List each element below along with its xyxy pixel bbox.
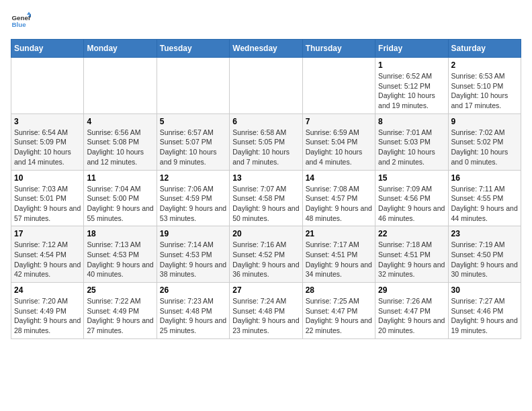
day-info: Sunrise: 7:16 AM Sunset: 4:52 PM Dayligh…: [232, 240, 299, 279]
calendar-week-3: 17Sunrise: 7:12 AM Sunset: 4:54 PM Dayli…: [11, 226, 521, 283]
calendar-cell: 20Sunrise: 7:16 AM Sunset: 4:52 PM Dayli…: [230, 226, 302, 283]
day-number: 19: [160, 229, 226, 238]
day-number: 2: [451, 60, 518, 70]
day-info: Sunrise: 7:08 AM Sunset: 4:57 PM Dayligh…: [306, 184, 372, 224]
calendar-cell: 22Sunrise: 7:18 AM Sunset: 4:51 PM Dayli…: [375, 226, 448, 283]
day-info: Sunrise: 6:58 AM Sunset: 5:05 PM Dayligh…: [232, 128, 299, 167]
calendar-cell: 29Sunrise: 7:26 AM Sunset: 4:47 PM Dayli…: [375, 283, 448, 339]
day-number: 14: [306, 173, 372, 183]
day-number: 20: [232, 229, 299, 238]
calendar-cell: [302, 58, 375, 114]
day-number: 11: [87, 173, 153, 183]
day-info: Sunrise: 6:52 AM Sunset: 5:12 PM Dayligh…: [378, 71, 445, 111]
day-info: Sunrise: 7:25 AM Sunset: 4:47 PM Dayligh…: [306, 296, 372, 336]
day-number: 22: [378, 229, 445, 238]
calendar-cell: 7Sunrise: 6:59 AM Sunset: 5:04 PM Daylig…: [302, 113, 375, 170]
day-number: 27: [232, 285, 299, 295]
calendar-week-4: 24Sunrise: 7:20 AM Sunset: 4:49 PM Dayli…: [11, 283, 521, 339]
day-info: Sunrise: 6:56 AM Sunset: 5:08 PM Dayligh…: [87, 128, 153, 167]
calendar-cell: 19Sunrise: 7:14 AM Sunset: 4:53 PM Dayli…: [157, 226, 229, 283]
svg-marker-2: [27, 12, 31, 15]
calendar-cell: [157, 58, 229, 114]
day-number: 8: [378, 117, 445, 126]
calendar-cell: 4Sunrise: 6:56 AM Sunset: 5:08 PM Daylig…: [84, 113, 157, 170]
day-info: Sunrise: 6:53 AM Sunset: 5:10 PM Dayligh…: [451, 71, 518, 111]
day-info: Sunrise: 7:19 AM Sunset: 4:50 PM Dayligh…: [451, 240, 518, 279]
calendar-cell: 21Sunrise: 7:17 AM Sunset: 4:51 PM Dayli…: [302, 226, 375, 283]
day-number: 6: [232, 117, 299, 126]
calendar-cell: 2Sunrise: 6:53 AM Sunset: 5:10 PM Daylig…: [448, 58, 521, 114]
day-info: Sunrise: 7:04 AM Sunset: 5:00 PM Dayligh…: [87, 184, 153, 224]
day-number: 3: [14, 117, 81, 126]
day-info: Sunrise: 7:03 AM Sunset: 5:01 PM Dayligh…: [14, 184, 81, 224]
calendar-cell: 10Sunrise: 7:03 AM Sunset: 5:01 PM Dayli…: [11, 170, 84, 226]
day-info: Sunrise: 7:24 AM Sunset: 4:48 PM Dayligh…: [232, 296, 299, 336]
calendar-cell: 23Sunrise: 7:19 AM Sunset: 4:50 PM Dayli…: [448, 226, 521, 283]
day-number: 28: [306, 285, 372, 295]
calendar-cell: 1Sunrise: 6:52 AM Sunset: 5:12 PM Daylig…: [375, 58, 448, 114]
day-info: Sunrise: 7:22 AM Sunset: 4:49 PM Dayligh…: [87, 296, 153, 336]
calendar-cell: 12Sunrise: 7:06 AM Sunset: 4:59 PM Dayli…: [157, 170, 229, 226]
day-number: 26: [160, 285, 226, 295]
day-number: 30: [451, 285, 518, 295]
day-info: Sunrise: 7:01 AM Sunset: 5:03 PM Dayligh…: [378, 128, 445, 167]
calendar-cell: 16Sunrise: 7:11 AM Sunset: 4:55 PM Dayli…: [448, 170, 521, 226]
day-info: Sunrise: 7:23 AM Sunset: 4:48 PM Dayligh…: [160, 296, 226, 336]
page-header: General Blue: [11, 11, 521, 31]
calendar-cell: 27Sunrise: 7:24 AM Sunset: 4:48 PM Dayli…: [230, 283, 302, 339]
day-number: 17: [14, 229, 81, 238]
column-header-friday: Friday: [375, 40, 448, 58]
calendar-cell: 6Sunrise: 6:58 AM Sunset: 5:05 PM Daylig…: [230, 113, 302, 170]
day-info: Sunrise: 7:14 AM Sunset: 4:53 PM Dayligh…: [160, 240, 226, 279]
day-number: 9: [451, 117, 518, 126]
day-info: Sunrise: 7:09 AM Sunset: 4:56 PM Dayligh…: [378, 184, 445, 224]
day-number: 25: [87, 285, 153, 295]
calendar-cell: 5Sunrise: 6:57 AM Sunset: 5:07 PM Daylig…: [157, 113, 229, 170]
calendar-week-0: 1Sunrise: 6:52 AM Sunset: 5:12 PM Daylig…: [11, 58, 521, 114]
day-info: Sunrise: 7:06 AM Sunset: 4:59 PM Dayligh…: [160, 184, 226, 224]
calendar-header-row: SundayMondayTuesdayWednesdayThursdayFrid…: [11, 40, 521, 58]
calendar-cell: [11, 58, 84, 114]
day-number: 7: [306, 117, 372, 126]
calendar-cell: [230, 58, 302, 114]
day-info: Sunrise: 7:17 AM Sunset: 4:51 PM Dayligh…: [306, 240, 372, 279]
column-header-thursday: Thursday: [302, 40, 375, 58]
svg-text:Blue: Blue: [12, 21, 27, 28]
calendar-cell: 11Sunrise: 7:04 AM Sunset: 5:00 PM Dayli…: [84, 170, 157, 226]
calendar-cell: 9Sunrise: 7:02 AM Sunset: 5:02 PM Daylig…: [448, 113, 521, 170]
day-info: Sunrise: 6:54 AM Sunset: 5:09 PM Dayligh…: [14, 128, 81, 167]
day-info: Sunrise: 7:18 AM Sunset: 4:51 PM Dayligh…: [378, 240, 445, 279]
day-number: 29: [378, 285, 445, 295]
column-header-wednesday: Wednesday: [230, 40, 302, 58]
calendar-cell: 3Sunrise: 6:54 AM Sunset: 5:09 PM Daylig…: [11, 113, 84, 170]
day-info: Sunrise: 6:59 AM Sunset: 5:04 PM Dayligh…: [306, 128, 372, 167]
calendar-cell: 25Sunrise: 7:22 AM Sunset: 4:49 PM Dayli…: [84, 283, 157, 339]
day-number: 12: [160, 173, 226, 183]
calendar-cell: 14Sunrise: 7:08 AM Sunset: 4:57 PM Dayli…: [302, 170, 375, 226]
calendar-cell: 17Sunrise: 7:12 AM Sunset: 4:54 PM Dayli…: [11, 226, 84, 283]
column-header-sunday: Sunday: [11, 40, 84, 58]
calendar-cell: 15Sunrise: 7:09 AM Sunset: 4:56 PM Dayli…: [375, 170, 448, 226]
calendar-table: SundayMondayTuesdayWednesdayThursdayFrid…: [11, 39, 521, 339]
calendar-cell: 28Sunrise: 7:25 AM Sunset: 4:47 PM Dayli…: [302, 283, 375, 339]
day-number: 13: [232, 173, 299, 183]
column-header-monday: Monday: [84, 40, 157, 58]
day-number: 23: [451, 229, 518, 238]
day-number: 24: [14, 285, 81, 295]
calendar-cell: 13Sunrise: 7:07 AM Sunset: 4:58 PM Dayli…: [230, 170, 302, 226]
day-info: Sunrise: 7:27 AM Sunset: 4:46 PM Dayligh…: [451, 296, 518, 336]
day-info: Sunrise: 7:13 AM Sunset: 4:53 PM Dayligh…: [87, 240, 153, 279]
svg-text:General: General: [12, 14, 32, 21]
day-number: 21: [306, 229, 372, 238]
logo: General Blue: [11, 11, 31, 31]
day-number: 5: [160, 117, 226, 126]
day-number: 16: [451, 173, 518, 183]
calendar-cell: [84, 58, 157, 114]
day-info: Sunrise: 7:11 AM Sunset: 4:55 PM Dayligh…: [451, 184, 518, 224]
logo-icon: General Blue: [11, 11, 31, 31]
day-info: Sunrise: 7:07 AM Sunset: 4:58 PM Dayligh…: [232, 184, 299, 224]
calendar-week-1: 3Sunrise: 6:54 AM Sunset: 5:09 PM Daylig…: [11, 113, 521, 170]
day-info: Sunrise: 6:57 AM Sunset: 5:07 PM Dayligh…: [160, 128, 226, 167]
calendar-cell: 8Sunrise: 7:01 AM Sunset: 5:03 PM Daylig…: [375, 113, 448, 170]
day-info: Sunrise: 7:02 AM Sunset: 5:02 PM Dayligh…: [451, 128, 518, 167]
